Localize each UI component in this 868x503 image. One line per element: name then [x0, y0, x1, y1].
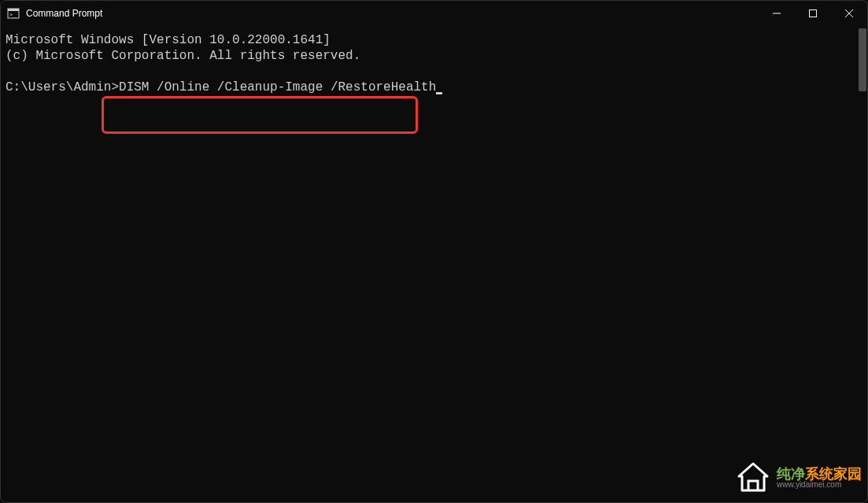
window-title: Command Prompt [26, 8, 102, 19]
highlight-annotation [102, 96, 418, 134]
scrollbar-thumb[interactable] [859, 28, 866, 91]
watermark-text: 纯净系统家园 www.yidaimei.com [777, 467, 862, 489]
blank-line [6, 64, 862, 80]
terminal-output[interactable]: Microsoft Windows [Version 10.0.22000.16… [1, 26, 867, 502]
svg-text:>_: >_ [9, 12, 17, 18]
cmd-icon: >_ [7, 7, 20, 20]
svg-rect-1 [8, 9, 19, 11]
watermark: 纯净系统家园 www.yidaimei.com [734, 459, 862, 497]
watermark-house-icon [734, 459, 772, 497]
close-button[interactable] [831, 1, 867, 26]
watermark-url: www.yidaimei.com [777, 481, 862, 489]
maximize-button[interactable] [795, 1, 831, 26]
command-input[interactable]: DISM /Online /Cleanup-Image /RestoreHeal… [119, 80, 436, 94]
command-prompt-window: >_ Command Prompt Microsoft Windows [Ver… [0, 0, 868, 503]
svg-rect-4 [810, 10, 817, 17]
copyright-line: (c) Microsoft Corporation. All rights re… [6, 48, 862, 64]
watermark-title: 纯净系统家园 [777, 467, 862, 481]
prompt-path: C:\Users\Admin> [6, 80, 119, 94]
window-controls [759, 1, 867, 26]
titlebar[interactable]: >_ Command Prompt [1, 1, 867, 26]
cursor [436, 92, 442, 94]
titlebar-left: >_ Command Prompt [7, 7, 102, 20]
minimize-button[interactable] [759, 1, 795, 26]
version-line: Microsoft Windows [Version 10.0.22000.16… [6, 32, 862, 48]
prompt-line: C:\Users\Admin>DISM /Online /Cleanup-Ima… [6, 80, 862, 95]
